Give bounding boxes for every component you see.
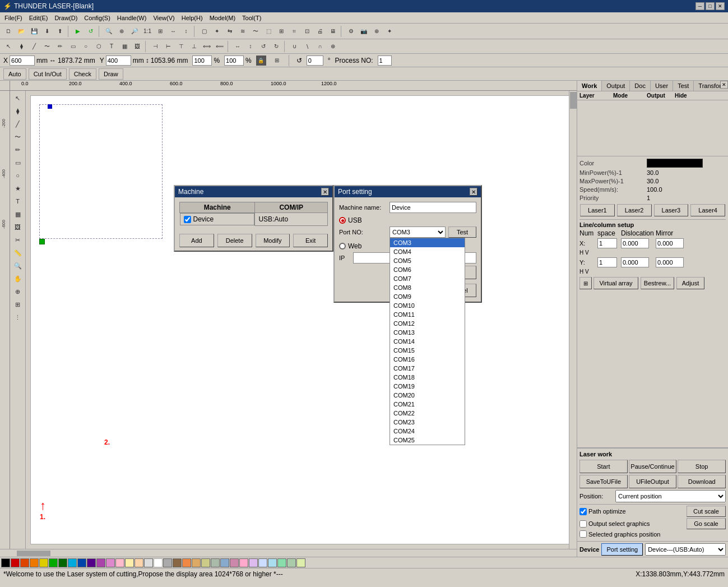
menu-model[interactable]: Model(M) — [206, 13, 239, 22]
rotate-input[interactable] — [307, 56, 323, 66]
tool-extra3[interactable]: ⋮ — [12, 311, 24, 323]
tab-output[interactable]: Output — [602, 81, 630, 91]
tool-node[interactable]: ⧫ — [12, 105, 24, 117]
vscroll-thumb[interactable] — [570, 92, 577, 109]
sel-graphics-checkbox[interactable] — [579, 530, 587, 538]
download-btn[interactable]: Download — [678, 475, 726, 488]
tool-measure[interactable]: 📏 — [12, 247, 24, 259]
tab-test[interactable]: Test — [673, 81, 694, 91]
tb2-union[interactable]: ∪ — [288, 40, 300, 53]
select-btn[interactable]: ▢ — [198, 25, 210, 38]
machine-dialog-close[interactable]: ✕ — [321, 188, 329, 196]
scale-x-input[interactable] — [192, 56, 212, 66]
tool-bezier[interactable]: 〜 — [12, 131, 24, 143]
y-input[interactable] — [106, 56, 131, 66]
export-btn[interactable]: ⬆ — [54, 25, 66, 38]
pal-gray[interactable] — [163, 558, 172, 567]
pal-red[interactable] — [11, 558, 20, 567]
stop-btn[interactable]: Stop — [678, 460, 726, 473]
save-ufile-btn[interactable]: SaveToUFile — [579, 475, 628, 488]
pal-salmon[interactable] — [182, 558, 191, 567]
pal-khaki[interactable] — [201, 558, 210, 567]
y-disloc-input[interactable] — [656, 257, 684, 267]
device-select[interactable]: Device---(USB:Auto) — [645, 543, 726, 556]
com-item-com6[interactable]: COM6 — [390, 265, 465, 274]
com-dropdown[interactable]: COM3 COM4 COM5 COM6 COM7 COM8 COM9 COM10… — [389, 238, 465, 445]
tb2-polygon[interactable]: ⬡ — [92, 40, 105, 53]
process-input[interactable] — [378, 56, 392, 66]
com-item-com8[interactable]: COM8 — [390, 283, 465, 292]
machine-row-1-check[interactable] — [184, 216, 191, 223]
port-setting-btn[interactable]: Port setting — [601, 543, 643, 556]
com-item-com5[interactable]: COM5 — [390, 256, 465, 265]
lock-scale-btn[interactable]: 🔒 — [256, 56, 266, 66]
tb2-ellipse[interactable]: ○ — [80, 40, 92, 53]
tb2-xor[interactable]: ⊕ — [327, 40, 339, 53]
laser3-btn[interactable]: Laser3 — [654, 204, 689, 216]
com-item-com11[interactable]: COM11 — [390, 310, 465, 319]
tb2-text[interactable]: T — [105, 40, 118, 53]
pal-orange-red[interactable] — [20, 558, 29, 567]
com-item-com3[interactable]: COM3 — [390, 238, 465, 247]
com-item-com7[interactable]: COM7 — [390, 274, 465, 283]
com-item-com23[interactable]: COM23 — [390, 418, 465, 427]
hscrollbar[interactable] — [0, 549, 577, 557]
tab-work[interactable]: Work — [577, 81, 602, 91]
com-item-com4[interactable]: COM4 — [390, 247, 465, 256]
tool-rect[interactable]: ▭ — [12, 156, 24, 169]
menu-tool[interactable]: Tool(T) — [239, 13, 265, 22]
tool-pen[interactable]: ✏ — [12, 144, 24, 156]
virtual-array-btn[interactable]: Virtual array — [593, 277, 638, 289]
com-item-com12[interactable]: COM12 — [390, 319, 465, 328]
tb2-curve[interactable]: 〜 — [41, 40, 53, 53]
x-space-input[interactable] — [621, 238, 649, 248]
pal-pale-green[interactable] — [287, 558, 296, 567]
monitor-btn[interactable]: 🖥 — [327, 25, 339, 38]
ungroup-btn[interactable]: ⊡ — [301, 25, 313, 38]
tool-ellipse[interactable]: ○ — [12, 169, 24, 182]
tool-star[interactable]: ★ — [12, 182, 24, 195]
import-btn[interactable]: ⬇ — [41, 25, 53, 38]
laser4-btn[interactable]: Laser4 — [690, 204, 725, 216]
tb2-rect[interactable]: ▭ — [67, 40, 79, 53]
pal-purple[interactable] — [87, 558, 96, 567]
pal-white[interactable] — [154, 558, 163, 567]
com-item-com25[interactable]: COM25 — [390, 436, 465, 445]
pal-black[interactable] — [1, 558, 10, 567]
menu-handle[interactable]: Handle(W) — [114, 13, 150, 22]
tb2-barcode[interactable]: ▦ — [118, 40, 131, 53]
zoom-out-btn[interactable]: 🔎 — [128, 25, 141, 38]
scan-btn[interactable]: ≋ — [237, 25, 249, 38]
border-btn[interactable]: ⬚ — [262, 25, 275, 38]
com-item-com13[interactable]: COM13 — [390, 328, 465, 337]
check-btn[interactable]: Check — [69, 68, 96, 80]
menu-view[interactable]: View(V) — [150, 13, 178, 22]
com-item-com16[interactable]: COM16 — [390, 355, 465, 364]
com-item-com9[interactable]: COM9 — [390, 292, 465, 301]
ufile-output-btn[interactable]: UFileOutput — [629, 475, 677, 488]
settings-btn[interactable]: ⚙ — [345, 25, 357, 38]
tool-cut[interactable]: ✂ — [12, 234, 24, 246]
tb2-diff[interactable]: ∖ — [301, 40, 313, 53]
array-icon-btn[interactable]: ⊞ — [579, 277, 592, 289]
pal-cyan[interactable] — [68, 558, 77, 567]
y-space-input[interactable] — [621, 257, 649, 267]
tb2-photo[interactable]: 🖼 — [131, 40, 143, 53]
com-item-com24[interactable]: COM24 — [390, 427, 465, 436]
com-item-com19[interactable]: COM19 — [390, 382, 465, 391]
tb2-node[interactable]: ⧫ — [15, 40, 27, 53]
machine-modify-btn[interactable]: Modify — [256, 234, 290, 247]
tool-zoom[interactable]: 🔍 — [12, 260, 24, 272]
pal-sage[interactable] — [211, 558, 220, 567]
port-no-select[interactable]: COM3 — [389, 227, 446, 238]
draw-btn[interactable]: Draw — [99, 68, 123, 80]
x-num-input[interactable] — [597, 238, 617, 248]
com-item-com22[interactable]: COM22 — [390, 409, 465, 418]
new-btn[interactable]: 🗋 — [2, 25, 15, 38]
tb2-align-r[interactable]: ⊢ — [162, 40, 174, 53]
y-num-input[interactable] — [597, 257, 617, 267]
tb2-align-vc[interactable]: ⟸ — [214, 40, 226, 53]
pal-mint[interactable] — [277, 558, 286, 567]
pal-lime[interactable] — [296, 558, 305, 567]
pal-rose[interactable] — [239, 558, 248, 567]
